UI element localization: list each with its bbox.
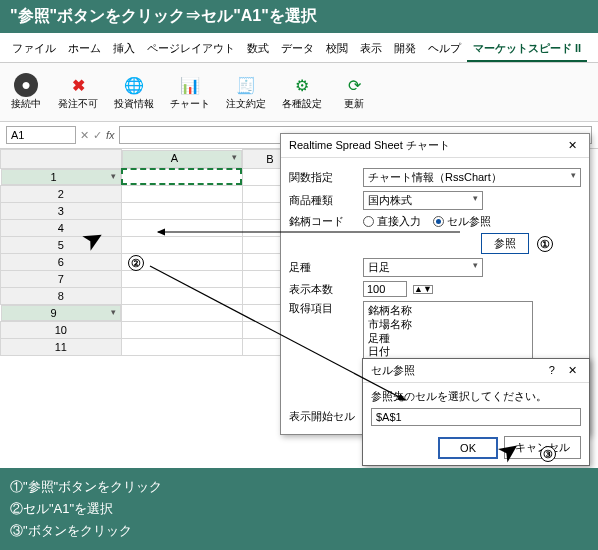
count-input[interactable] bbox=[363, 281, 407, 297]
select-kind[interactable]: 国内株式 bbox=[363, 191, 483, 210]
step-3: ③"ボタンをクリック bbox=[10, 520, 588, 542]
rss-dialog-title: Realtime Spread Sheet チャート bbox=[289, 138, 450, 153]
close-icon[interactable]: ✕ bbox=[564, 364, 581, 376]
row-header-11[interactable]: 11 bbox=[1, 338, 122, 355]
cancel-formula-icon[interactable]: ✕ bbox=[80, 129, 89, 142]
chart-label: チャート bbox=[170, 97, 210, 111]
addon-toolbar: ● 接続中 ✖ 発注不可 🌐 投資情報 📊 チャート 🧾 注文約定 ⚙ 各種設定… bbox=[0, 63, 598, 122]
row-header-8[interactable]: 8 bbox=[1, 287, 122, 304]
label-startcell: 表示開始セル bbox=[289, 409, 357, 424]
ok-button[interactable]: OK bbox=[438, 437, 498, 459]
tab-review[interactable]: 校閲 bbox=[320, 37, 354, 62]
tab-formulas[interactable]: 数式 bbox=[241, 37, 275, 62]
tab-help[interactable]: ヘルプ bbox=[422, 37, 467, 62]
close-icon[interactable]: ✕ bbox=[564, 139, 581, 152]
chart-button[interactable]: 📊 チャート bbox=[164, 69, 216, 115]
connect-label: 接続中 bbox=[11, 97, 41, 111]
settings-button[interactable]: ⚙ 各種設定 bbox=[276, 69, 328, 115]
invest-info-button[interactable]: 🌐 投資情報 bbox=[108, 69, 160, 115]
row-header-1[interactable]: 1 bbox=[1, 169, 121, 185]
order-button[interactable]: 🧾 注文約定 bbox=[220, 69, 272, 115]
globe-plus-icon: 🌐 bbox=[122, 73, 146, 97]
tab-insert[interactable]: 挿入 bbox=[107, 37, 141, 62]
annotation-2: ② bbox=[128, 255, 144, 271]
row-header-10[interactable]: 10 bbox=[1, 321, 122, 338]
tab-view[interactable]: 表示 bbox=[354, 37, 388, 62]
refresh-button[interactable]: ⟳ 更新 bbox=[332, 69, 376, 115]
row-header-3[interactable]: 3 bbox=[1, 202, 122, 219]
row-header-5[interactable]: 5 bbox=[1, 236, 122, 253]
cellref-input[interactable] bbox=[371, 408, 581, 426]
items-listbox[interactable]: 銘柄名称 市場名称 足種 日付 時刻 bbox=[363, 301, 533, 361]
ribbon-tabs: ファイル ホーム 挿入 ページレイアウト 数式 データ 校閲 表示 開発 ヘルプ… bbox=[0, 33, 598, 63]
tab-developer[interactable]: 開発 bbox=[388, 37, 422, 62]
step-2: ②セル"A1"を選択 bbox=[10, 498, 588, 520]
instruction-banner: "参照"ボタンをクリック⇒セル"A1"を選択 bbox=[0, 0, 598, 33]
chart-plus-icon: 📊 bbox=[178, 73, 202, 97]
select-all-corner[interactable] bbox=[1, 150, 122, 169]
label-leg: 足種 bbox=[289, 260, 357, 275]
tab-data[interactable]: データ bbox=[275, 37, 320, 62]
step-1: ①"参照"ボタンをクリック bbox=[10, 476, 588, 498]
col-header-a[interactable]: A bbox=[122, 150, 242, 168]
not-orderable-button[interactable]: ✖ 発注不可 bbox=[52, 69, 104, 115]
settings-label: 各種設定 bbox=[282, 97, 322, 111]
connect-button[interactable]: ● 接続中 bbox=[4, 69, 48, 115]
cellref-message: 参照先のセルを選択してください。 bbox=[371, 389, 581, 404]
tab-marketspeed2[interactable]: マーケットスピード II bbox=[467, 37, 587, 62]
tab-pagelayout[interactable]: ページレイアウト bbox=[141, 37, 241, 62]
cellref-dialog-title: セル参照 bbox=[371, 363, 415, 378]
instruction-footer: ①"参照"ボタンをクリック ②セル"A1"を選択 ③"ボタンをクリック bbox=[0, 468, 598, 550]
error-icon: ✖ bbox=[66, 73, 90, 97]
row-header-9[interactable]: 9 bbox=[1, 305, 121, 321]
name-box[interactable] bbox=[6, 126, 76, 144]
cell-a1[interactable] bbox=[121, 168, 242, 185]
row-header-7[interactable]: 7 bbox=[1, 270, 122, 287]
select-leg[interactable]: 日足 bbox=[363, 258, 483, 277]
select-func[interactable]: チャート情報（RssChart） bbox=[363, 168, 581, 187]
accept-formula-icon[interactable]: ✓ bbox=[93, 129, 102, 142]
help-icon[interactable]: ? bbox=[543, 364, 561, 376]
not-orderable-label: 発注不可 bbox=[58, 97, 98, 111]
gear-icon: ⚙ bbox=[290, 73, 314, 97]
radio-cell-ref[interactable]: セル参照 bbox=[433, 214, 491, 229]
radio-direct-input[interactable]: 直接入力 bbox=[363, 214, 421, 229]
tab-home[interactable]: ホーム bbox=[62, 37, 107, 62]
connect-icon: ● bbox=[14, 73, 38, 97]
cell-ref-dialog: セル参照 ? ✕ 参照先のセルを選択してください。 OK キャンセル bbox=[362, 358, 590, 466]
refresh-icon: ⟳ bbox=[342, 73, 366, 97]
annotation-1: ① bbox=[537, 236, 553, 252]
label-count: 表示本数 bbox=[289, 282, 357, 297]
label-kind: 商品種類 bbox=[289, 193, 357, 208]
order-plus-icon: 🧾 bbox=[234, 73, 258, 97]
row-header-4[interactable]: 4 bbox=[1, 219, 122, 236]
label-items: 取得項目 bbox=[289, 301, 357, 316]
row-header-6[interactable]: 6 bbox=[1, 253, 122, 270]
annotation-3: ③ bbox=[540, 446, 556, 462]
label-func: 関数指定 bbox=[289, 170, 357, 185]
order-label: 注文約定 bbox=[226, 97, 266, 111]
refresh-label: 更新 bbox=[344, 97, 364, 111]
label-code: 銘柄コード bbox=[289, 214, 357, 229]
invest-label: 投資情報 bbox=[114, 97, 154, 111]
tab-file[interactable]: ファイル bbox=[6, 37, 62, 62]
reference-button[interactable]: 参照 bbox=[481, 233, 529, 254]
fx-icon[interactable]: fx bbox=[106, 129, 115, 141]
row-header-2[interactable]: 2 bbox=[1, 185, 122, 202]
